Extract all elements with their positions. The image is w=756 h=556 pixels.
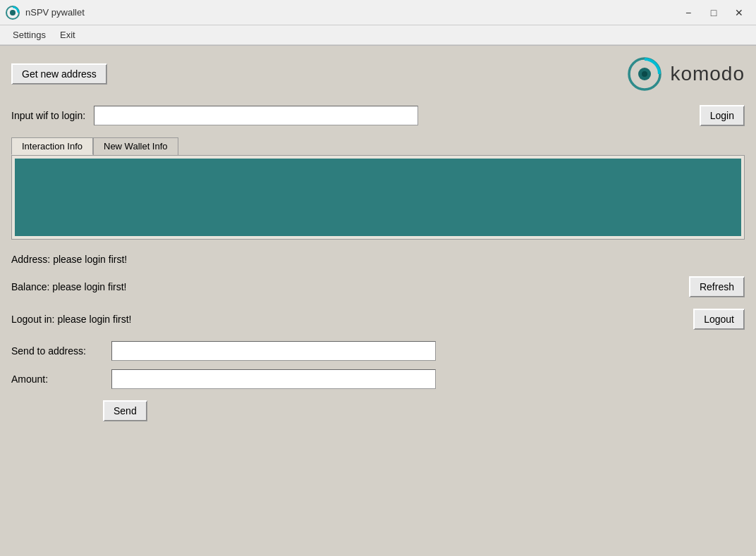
minimize-button[interactable]: − <box>677 4 700 21</box>
logout-status: Logout in: please login first! <box>11 314 693 325</box>
login-button[interactable]: Login <box>700 105 745 126</box>
svg-point-1 <box>10 10 16 16</box>
wif-input-row: Input wif to login: Login <box>11 105 745 126</box>
get-new-address-button[interactable]: Get new address <box>11 63 107 85</box>
login-btn-wrapper: Login <box>700 105 745 126</box>
send-btn-row: Send <box>103 400 745 421</box>
send-to-input[interactable] <box>111 341 436 361</box>
close-button[interactable]: ✕ <box>728 4 750 21</box>
komodo-icon <box>628 57 662 91</box>
amount-input[interactable] <box>111 369 436 389</box>
logout-button[interactable]: Logout <box>693 309 745 330</box>
menu-item-settings[interactable]: Settings <box>6 27 53 43</box>
amount-row: Amount: <box>11 369 745 389</box>
balance-status: Balance: please login first! <box>11 281 689 292</box>
komodo-logo-text: komodo <box>670 63 745 85</box>
tab-content-area <box>11 155 745 240</box>
refresh-button[interactable]: Refresh <box>689 276 745 297</box>
menu-bar: Settings Exit <box>0 25 756 45</box>
window-controls: − □ ✕ <box>677 4 750 21</box>
tabs-row: Interaction Info New Wallet Info <box>11 137 745 155</box>
wif-input[interactable] <box>94 106 418 125</box>
app-title: nSPV pywallet <box>25 7 677 18</box>
balance-row: Balance: please login first! Refresh <box>11 276 745 297</box>
top-row: Get new address komodo <box>11 57 745 91</box>
send-address-row: Send to address: <box>11 341 745 361</box>
wif-label: Input wif to login: <box>11 110 85 121</box>
app-icon <box>6 6 20 20</box>
tab-new-wallet-info[interactable]: New Wallet Info <box>93 137 178 155</box>
svg-point-4 <box>642 71 647 77</box>
address-status: Address: please login first! <box>11 254 745 265</box>
logout-row: Logout in: please login first! Logout <box>11 309 745 330</box>
main-content: Get new address komodo Input wif to logi… <box>0 46 756 556</box>
send-to-label: Send to address: <box>11 345 103 357</box>
menu-item-exit[interactable]: Exit <box>53 27 83 43</box>
tab-interaction-info[interactable]: Interaction Info <box>11 137 93 155</box>
komodo-logo: komodo <box>628 57 745 91</box>
title-bar: nSPV pywallet − □ ✕ <box>0 0 756 25</box>
tab-inner-display <box>15 159 741 236</box>
restore-button[interactable]: □ <box>702 4 725 21</box>
address-row: Address: please login first! <box>11 254 745 265</box>
send-button[interactable]: Send <box>103 400 147 421</box>
amount-label: Amount: <box>11 373 103 385</box>
